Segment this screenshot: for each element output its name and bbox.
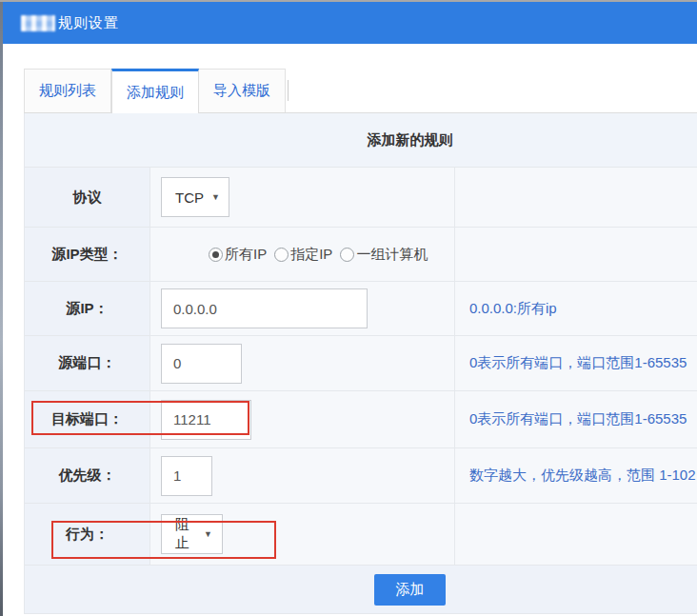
radio-computer-group-label: 一组计算机 [356,246,428,264]
radio-all-ip[interactable]: 所有IP [209,246,267,264]
protocol-label: 协议 [25,168,150,227]
dest-port-hint: 0表示所有端口，端口范围1-65535 [469,410,687,428]
dest-port-row: 目标端口： 0表示所有端口，端口范围1-65535 [25,391,697,448]
source-ip-row: 源IP： 0.0.0.0:所有ip [25,282,697,336]
tab-rule-list[interactable]: 规则列表 [24,69,111,112]
source-ip-type-row: 源IP类型： 所有IP 指定IP 一组计算机 [25,228,697,282]
source-port-input[interactable] [161,344,242,384]
tab-import-template[interactable]: 导入模版 [199,69,286,112]
chevron-down-icon: ▼ [204,529,212,539]
action-select[interactable]: 阻止 ▼ [161,514,223,554]
redacted-text [21,15,55,31]
radio-specified-ip[interactable]: 指定IP [274,246,332,264]
radio-button-icon [340,248,354,262]
priority-hint: 数字越大，优先级越高，范围 1-102 [469,467,696,485]
source-ip-type-radio-group: 所有IP 指定IP 一组计算机 [161,246,435,264]
priority-input[interactable] [161,456,212,496]
radio-specified-ip-label: 指定IP [290,246,332,264]
window-edge-scrollbar[interactable] [0,2,3,616]
dest-port-label: 目标端口： [25,391,150,447]
protocol-select[interactable]: TCP ▼ [161,177,229,217]
radio-button-icon [209,248,223,262]
radio-button-icon [274,248,289,262]
source-port-label: 源端口： [25,336,150,390]
add-rule-form: 添加新的规则 协议 TCP ▼ 源IP类型： 所有IP [24,113,697,614]
source-port-row: 源端口： 0表示所有端口，端口范围1-65535 [25,336,697,391]
tab-divider [288,80,289,101]
tab-add-rule[interactable]: 添加规则 [111,69,199,113]
radio-computer-group[interactable]: 一组计算机 [340,246,428,264]
source-ip-hint: 0.0.0.0:所有ip [469,300,557,318]
protocol-row: 协议 TCP ▼ [25,168,697,228]
action-row: 行为： 阻止 ▼ [25,504,697,566]
radio-all-ip-label: 所有IP [225,246,267,264]
action-selected-value: 阻止 [175,516,196,552]
add-button[interactable]: 添加 [374,574,446,606]
source-port-hint: 0表示所有端口，端口范围1-65535 [469,354,687,372]
source-ip-input[interactable] [161,288,368,328]
source-ip-label: 源IP： [25,282,150,335]
page: 规则设置 规则列表 添加规则 导入模版 添加新的规则 协议 TCP ▼ 源IP类… [0,0,697,616]
page-title: 规则设置 [58,14,119,32]
submit-row: 添加 [25,566,697,614]
chevron-down-icon: ▼ [211,192,220,202]
priority-row: 优先级： 数字越大，优先级越高，范围 1-102 [25,448,697,504]
form-title-row: 添加新的规则 [25,113,697,168]
tab-bar: 规则列表 添加规则 导入模版 [24,69,697,113]
action-label: 行为： [25,504,150,565]
form-title: 添加新的规则 [368,131,453,149]
protocol-selected-value: TCP [175,189,204,206]
priority-label: 优先级： [25,448,150,503]
dest-port-input[interactable] [161,400,251,440]
source-ip-type-label: 源IP类型： [25,228,150,281]
titlebar: 规则设置 [3,2,697,44]
